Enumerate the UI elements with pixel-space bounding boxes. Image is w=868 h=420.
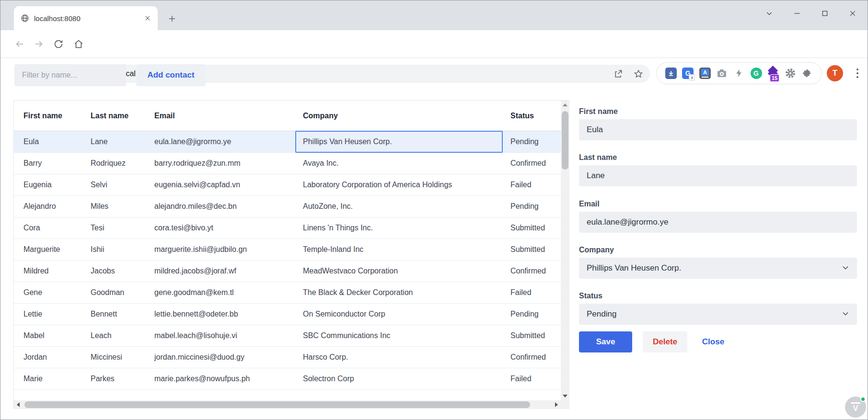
- scroll-down-icon[interactable]: [561, 392, 569, 400]
- table-row[interactable]: Cora Tesi cora.tesi@bivo.yt Linens 'n Th…: [14, 217, 561, 239]
- download-extension-icon[interactable]: [665, 67, 677, 79]
- status-select-value: Pending: [587, 309, 616, 319]
- cell-status: Confirmed: [510, 153, 546, 174]
- cell-email: barry.rodriquez@zun.mm: [154, 153, 241, 174]
- cell-first-name: Gene: [23, 282, 42, 303]
- browser-menu-icon[interactable]: [853, 67, 862, 80]
- translate-extension-icon[interactable]: G x: [682, 67, 694, 79]
- window-chevron-icon[interactable]: [759, 4, 779, 23]
- cell-status: Submitted: [510, 325, 545, 346]
- table-row[interactable]: Barry Rodriquez barry.rodriquez@zun.mm A…: [14, 153, 561, 174]
- bookmark-star-icon[interactable]: [634, 69, 643, 79]
- keyboard-a-extension-icon[interactable]: A: [699, 67, 711, 79]
- cell-email: eugenia.selvi@capfad.vn: [154, 174, 240, 195]
- browser-tab[interactable]: localhost:8080: [14, 6, 158, 30]
- tab-close-icon[interactable]: [144, 15, 151, 22]
- cell-last-name: Goodman: [91, 282, 124, 303]
- table-row[interactable]: Gene Goodman gene.goodman@kem.tl The Bla…: [14, 282, 561, 304]
- column-header-last-name[interactable]: Last name: [91, 101, 128, 131]
- cell-status: Submitted: [510, 239, 545, 260]
- extension-badge: 15: [770, 74, 779, 82]
- window-minimize-icon[interactable]: [787, 4, 807, 23]
- status-label: Status: [579, 291, 602, 301]
- vaadin-dev-tools-icon[interactable]: V: [845, 397, 866, 418]
- lightning-extension-icon[interactable]: [733, 67, 745, 79]
- cell-status: Failed: [510, 174, 532, 195]
- status-select[interactable]: Pending: [579, 304, 857, 325]
- cell-status: Confirmed: [510, 261, 546, 282]
- table-row[interactable]: Mabel Leach mabel.leach@lisohuje.vi SBC …: [14, 325, 561, 347]
- cell-company: Phillips Van Heusen Corp.: [303, 131, 392, 152]
- cell-email: mildred.jacobs@joraf.wf: [154, 261, 236, 282]
- company-select[interactable]: Phillips Van Heusen Corp.: [579, 258, 857, 279]
- table-row[interactable]: Lettie Bennett lettie.bennett@odeter.bb …: [14, 304, 561, 325]
- table-row[interactable]: Alejandro Miles alejandro.miles@dec.bn A…: [14, 196, 561, 217]
- window-maximize-icon[interactable]: [815, 4, 835, 23]
- vertical-scrollbar-thumb[interactable]: [562, 111, 568, 170]
- cell-company: Temple-Inland Inc: [303, 239, 363, 260]
- new-tab-button[interactable]: [165, 12, 179, 25]
- home-icon[interactable]: [70, 35, 87, 53]
- scroll-up-icon[interactable]: [561, 101, 569, 109]
- camera-extension-icon[interactable]: [716, 67, 728, 79]
- cell-last-name: Rodriquez: [91, 153, 126, 174]
- cell-last-name: Miles: [91, 196, 108, 217]
- scroll-right-icon[interactable]: [552, 400, 561, 409]
- cell-first-name: Eugenia: [23, 174, 52, 195]
- cell-first-name: Barry: [23, 153, 42, 174]
- cell-first-name: Marguerite: [23, 239, 60, 260]
- cell-status: Pending: [510, 304, 539, 325]
- cell-company: Avaya Inc.: [303, 153, 338, 174]
- cell-last-name: Leach: [91, 325, 112, 346]
- cell-email: gene.goodman@kem.tl: [154, 282, 234, 303]
- titlebar: localhost:8080: [0, 0, 868, 30]
- vertical-scrollbar[interactable]: [561, 101, 569, 400]
- table-row[interactable]: Marguerite Ishii marguerite.ishii@judbil…: [14, 239, 561, 261]
- share-icon[interactable]: [613, 69, 623, 79]
- save-button[interactable]: Save: [579, 331, 632, 352]
- table-row[interactable]: Marie Parkes marie.parkes@nowufpus.ph So…: [14, 368, 561, 390]
- cell-company: The Black & Decker Corporation: [303, 282, 413, 303]
- forward-icon[interactable]: [30, 35, 47, 53]
- table-row[interactable]: Jordan Miccinesi jordan.miccinesi@duod.g…: [14, 347, 561, 368]
- cell-status: Failed: [510, 282, 532, 303]
- cell-last-name: Ishii: [91, 239, 104, 260]
- chevron-down-icon: [841, 309, 850, 321]
- cell-last-name: Bennett: [91, 304, 117, 325]
- email-field[interactable]: [579, 212, 857, 233]
- table-row-selected[interactable]: Eula Lane eula.lane@jigrormo.ye Phillips…: [14, 131, 561, 153]
- column-header-status[interactable]: Status: [510, 101, 534, 131]
- column-header-email[interactable]: Email: [154, 101, 175, 131]
- cell-company: Laboratory Corporation of America Holdin…: [303, 174, 452, 195]
- filter-by-name-input[interactable]: [14, 64, 126, 86]
- window-close-icon[interactable]: [843, 4, 863, 23]
- grammarly-extension-icon[interactable]: G: [750, 67, 763, 79]
- close-button[interactable]: Close: [696, 331, 730, 352]
- cell-email: marie.parkes@nowufpus.ph: [154, 368, 250, 389]
- cell-email: mabel.leach@lisohuje.vi: [154, 325, 237, 346]
- cell-status: Pending: [510, 131, 539, 152]
- cell-first-name: Lettie: [23, 304, 42, 325]
- horizontal-scrollbar-thumb[interactable]: [24, 401, 530, 408]
- scroll-left-icon[interactable]: [14, 400, 23, 409]
- cell-email: eula.lane@jigrormo.ye: [154, 131, 231, 152]
- reload-icon[interactable]: [50, 35, 67, 53]
- puzzle-extension-icon[interactable]: [801, 67, 813, 79]
- column-header-first-name[interactable]: First name: [23, 101, 62, 131]
- purple-shortcut-extension-icon[interactable]: 15: [767, 67, 779, 79]
- gear-extension-icon[interactable]: [784, 67, 797, 79]
- table-row[interactable]: Eugenia Selvi eugenia.selvi@capfad.vn La…: [14, 174, 561, 196]
- cell-email: jordan.miccinesi@duod.gy: [154, 347, 244, 368]
- cell-status: Confirmed: [510, 347, 546, 368]
- last-name-field[interactable]: [579, 165, 857, 186]
- back-icon[interactable]: [11, 35, 28, 53]
- first-name-field[interactable]: [579, 119, 857, 140]
- table-row[interactable]: Mildred Jacobs mildred.jacobs@joraf.wf M…: [14, 261, 561, 282]
- horizontal-scrollbar[interactable]: [14, 400, 561, 409]
- delete-button[interactable]: Delete: [643, 331, 687, 352]
- globe-favicon-icon: [21, 14, 29, 23]
- profile-avatar[interactable]: T: [827, 65, 843, 81]
- add-contact-button[interactable]: Add contact: [136, 64, 206, 86]
- column-header-company[interactable]: Company: [303, 101, 338, 131]
- cell-last-name: Jacobs: [91, 261, 115, 282]
